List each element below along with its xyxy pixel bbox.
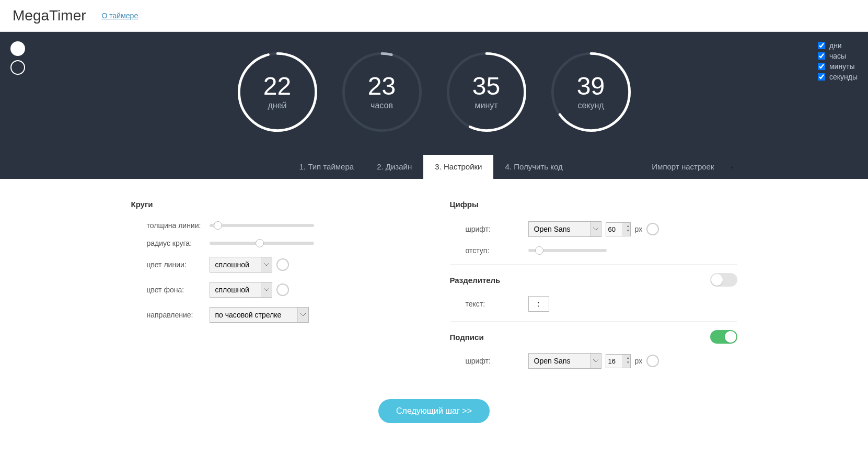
input-labels-size[interactable]	[606, 354, 631, 368]
import-settings-link[interactable]: Импорт настроек	[640, 155, 725, 179]
input-divider-text[interactable]	[528, 296, 549, 312]
label-direction: направление:	[131, 311, 210, 319]
checkbox-hours-label: часы	[829, 52, 846, 60]
section-divider: Разделитель	[450, 276, 501, 285]
toggle-divider[interactable]	[710, 273, 737, 287]
slider-offset[interactable]	[528, 249, 607, 252]
label-divider-text: текст:	[450, 300, 528, 308]
line-color-swatch[interactable]	[276, 258, 289, 271]
checkbox-seconds[interactable]: секунды	[818, 73, 858, 81]
checkbox-days-label: дни	[829, 41, 842, 50]
app-logo: MegaTimer	[13, 7, 86, 24]
digits-color-swatch[interactable]	[646, 223, 659, 235]
select-labels-font[interactable]: Open Sans	[528, 353, 601, 369]
select-bg-color-mode[interactable]: сплошной	[210, 282, 272, 298]
toggle-labels[interactable]	[710, 330, 737, 344]
pin-icon[interactable]	[726, 155, 737, 179]
timer-preview: дни часы минуты секунды 22 дней 23 часов…	[0, 32, 868, 179]
section-labels: Подписи	[450, 333, 484, 342]
svg-point-1	[239, 53, 316, 130]
label-line-width: толщина линии:	[131, 221, 210, 230]
label-digits-font: шрифт:	[450, 225, 528, 233]
checkbox-minutes[interactable]: минуты	[818, 62, 858, 71]
slider-line-width[interactable]	[210, 224, 314, 227]
tab-type[interactable]: 1. Тип таймера	[288, 155, 366, 179]
ring-days: 22 дней	[236, 50, 319, 134]
label-line-color: цвет линии:	[131, 260, 210, 269]
label-bg-color: цвет фона:	[131, 286, 210, 294]
section-circles: Круги	[131, 200, 419, 209]
labels-color-swatch[interactable]	[646, 355, 659, 367]
theme-dark-swatch[interactable]	[10, 60, 25, 75]
svg-point-2	[343, 53, 420, 130]
about-link[interactable]: О таймере	[102, 12, 138, 20]
ring-hours: 23 часов	[340, 50, 424, 134]
slider-radius[interactable]	[210, 242, 314, 245]
label-offset: отступ:	[450, 246, 528, 255]
label-labels-font: шрифт:	[450, 357, 528, 365]
select-direction[interactable]: по часовой стрелке	[210, 307, 309, 323]
unit-px-2: px	[635, 357, 643, 365]
select-line-color-mode[interactable]: сплошной	[210, 257, 272, 273]
tab-design[interactable]: 2. Дизайн	[365, 155, 423, 179]
checkbox-seconds-label: секунды	[829, 73, 858, 81]
next-step-button[interactable]: Следующий шаг >>	[378, 399, 490, 423]
tab-code[interactable]: 4. Получить код	[493, 155, 574, 179]
select-digits-font[interactable]: Open Sans	[528, 221, 601, 237]
tab-settings[interactable]: 3. Настройки	[423, 155, 493, 179]
theme-light-swatch[interactable]	[10, 41, 25, 56]
section-digits: Цифры	[450, 200, 737, 209]
checkbox-hours[interactable]: часы	[818, 52, 858, 60]
bg-color-swatch[interactable]	[276, 283, 289, 296]
checkbox-days[interactable]: дни	[818, 41, 858, 50]
checkbox-minutes-label: минуты	[829, 62, 855, 71]
label-radius: радиус круга:	[131, 239, 210, 247]
ring-seconds: 39 секунд	[549, 50, 633, 134]
unit-px-1: px	[635, 225, 643, 233]
input-digits-size[interactable]	[606, 222, 631, 236]
ring-minutes: 35 минут	[445, 50, 528, 134]
